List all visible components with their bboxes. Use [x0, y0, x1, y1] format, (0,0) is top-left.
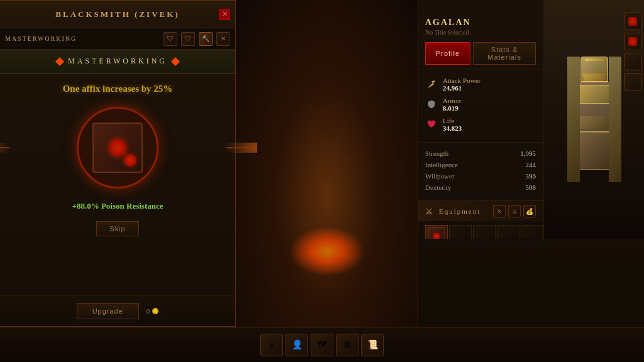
item-gem-primary [109, 139, 126, 156]
item-frame-outer[interactable] [77, 107, 158, 189]
equip-slot-0[interactable] [425, 225, 448, 239]
character-title: No Title Selected [425, 29, 536, 36]
attack-power-icon [425, 78, 438, 90]
equip-action-icon-1[interactable]: ✕ [493, 205, 506, 217]
nav-icon-shield1[interactable]: 🛡 [164, 32, 177, 46]
character-panel: Kyovashad Lv. 100 13:16 AGALAN No Title … [418, 0, 644, 362]
item-thumbnail-0 [428, 228, 445, 239]
armor-body [575, 82, 613, 132]
bottom-icon-4[interactable]: 📜 [361, 334, 384, 356]
equipment-label: Equipment [439, 207, 489, 215]
side-slot-gem-1 [628, 37, 637, 46]
side-slot-2[interactable] [624, 53, 641, 70]
equipment-actions: ✕ ⚔ 💰 [493, 205, 536, 217]
attack-power-label-group: Attack Power 24,961 [443, 77, 536, 92]
character-model-column: 100 [543, 0, 644, 239]
side-slot-0[interactable] [624, 13, 641, 30]
life-value: 34,823 [443, 124, 536, 132]
bottom-icon-1[interactable]: 👤 [286, 334, 308, 356]
masterworking-title: MASTERWORKING [68, 57, 167, 66]
upgrade-button[interactable]: Upgrade [77, 303, 139, 319]
close-button[interactable]: ✕ [219, 9, 230, 20]
char-name-section: AGALAN No Title Selected [418, 0, 543, 38]
nav-icon-close[interactable]: ✕ [216, 32, 230, 46]
game-scene [236, 0, 418, 327]
bottom-bar: ⚔ 👤 🗺 ⚙ 📜 [0, 327, 644, 362]
life-label: Life [443, 117, 536, 124]
armor-figure [566, 57, 623, 182]
side-slot-1[interactable] [624, 33, 641, 50]
nav-tab-masterworking[interactable]: MASTERWORKING [5, 35, 77, 42]
dexterity-label: Dexterity [425, 184, 526, 191]
equip-action-icon-2[interactable]: ⚔ [508, 205, 521, 217]
item-frame-inner [92, 123, 143, 173]
intelligence-label: Intelligence [425, 161, 526, 168]
blacksmith-header: BLACKSMITH (ZIVEK) ✕ [0, 1, 235, 28]
item-display-area: One affix increases by 25% [0, 74, 235, 246]
diamond-icon-left [55, 57, 64, 65]
dexterity-value: 508 [526, 184, 536, 191]
attack-power-label: Attack Power [443, 77, 536, 84]
life-label-group: Life 34,823 [443, 117, 536, 132]
equip-slot-2[interactable] [473, 225, 496, 239]
side-slot-gem-0 [628, 17, 637, 26]
equip-slot-3[interactable] [497, 225, 519, 239]
ornament-right [226, 143, 257, 153]
character-name: AGALAN [425, 18, 536, 28]
equip-slot-4[interactable] [521, 225, 543, 239]
armor-legs [579, 132, 610, 170]
poison-resistance-text: +88.0% Poison Resistance [13, 201, 223, 211]
willpower-value: 396 [526, 172, 536, 180]
upgrade-cost: 0 [147, 307, 159, 315]
gold-dot-icon [152, 308, 158, 314]
upgrade-section: Upgrade 0 [0, 295, 235, 326]
armor-value: 8,019 [443, 104, 536, 112]
intelligence-value: 244 [526, 161, 536, 168]
equipment-icon: ⚔ [425, 206, 435, 216]
equip-action-icon-3[interactable]: 💰 [523, 205, 536, 217]
strength-row: Strength 1,095 [425, 148, 536, 159]
life-row: Life 34,823 [425, 114, 536, 134]
skip-button[interactable]: Skip [96, 221, 138, 236]
attack-power-row: Attack Power 24,961 [425, 74, 536, 94]
side-slot-3[interactable] [624, 73, 641, 90]
life-icon [425, 118, 438, 131]
willpower-row: Willpower 396 [425, 170, 536, 182]
upgrade-cost-value: 0 [147, 307, 150, 315]
equip-slot-1[interactable] [449, 225, 472, 239]
primary-stats-section: Attack Power 24,961 Armor 8,019 [418, 69, 543, 140]
svg-rect-0 [0, 146, 3, 149]
secondary-stats-section: Strength 1,095 Intelligence 244 Willpowe… [418, 145, 543, 195]
willpower-label: Willpower [425, 172, 526, 180]
nav-tabs: MASTERWORKING 🛡 🛡 🔨 ✕ [0, 28, 235, 50]
item-frame-container [13, 107, 223, 189]
side-slots-right [624, 13, 641, 90]
strength-label: Strength [425, 150, 520, 157]
stats-materials-tab-button[interactable]: Stats & Materials [473, 42, 536, 65]
equipment-header: ⚔ Equipment ✕ ⚔ 💰 [418, 201, 543, 221]
dexterity-row: Dexterity 508 [425, 182, 536, 193]
char-tab-buttons: Profile Stats & Materials [418, 38, 543, 69]
profile-tab-button[interactable]: Profile [425, 42, 470, 65]
armor-helmet [580, 57, 608, 82]
character-model [544, 0, 644, 239]
equipment-section: ⚔ Equipment ✕ ⚔ 💰 [418, 200, 543, 239]
nav-icons-group: 🛡 🛡 🔨 ✕ [164, 32, 230, 46]
bottom-bar-icons: ⚔ 👤 🗺 ⚙ 📜 [260, 334, 384, 356]
strength-value: 1,095 [520, 150, 536, 157]
bottom-icon-0[interactable]: ⚔ [260, 334, 283, 356]
nav-icon-shield2[interactable]: 🛡 [181, 32, 195, 46]
bottom-icon-3[interactable]: ⚙ [336, 334, 358, 356]
affix-description: One affix increases by 25% [13, 84, 223, 94]
item-gem-secondary [124, 154, 136, 167]
nav-icon-hammer[interactable]: 🔨 [199, 32, 213, 46]
stat-divider [418, 142, 543, 143]
intelligence-row: Intelligence 244 [425, 159, 536, 170]
masterworking-header: MASTERWORKING [0, 50, 235, 74]
ornament-left [0, 143, 9, 153]
armor-row: Armor 8,019 [425, 94, 536, 114]
armor-icon [425, 98, 438, 111]
blacksmith-title: BLACKSMITH (ZIVEK) [55, 9, 179, 19]
bottom-icon-2[interactable]: 🗺 [311, 334, 333, 356]
attack-power-value: 24,961 [443, 84, 536, 92]
